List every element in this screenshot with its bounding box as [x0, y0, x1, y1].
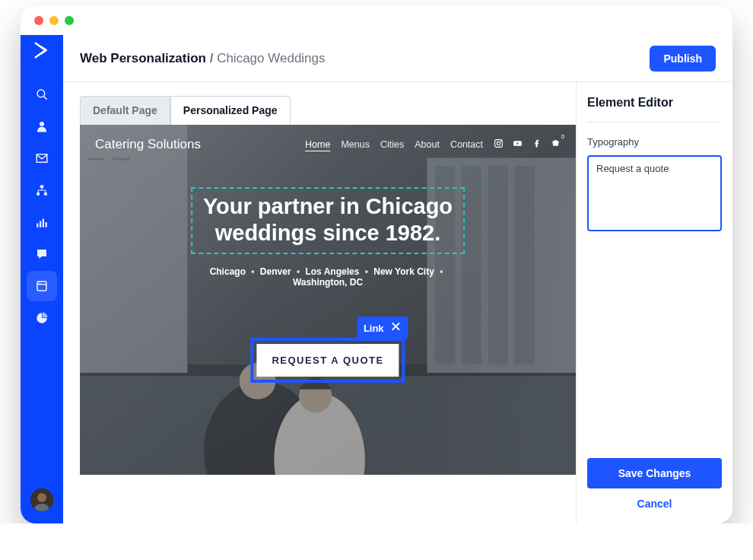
svg-rect-4: [37, 192, 40, 196]
preview-brand: Catering Solutions: [95, 137, 201, 152]
svg-point-32: [497, 142, 500, 145]
publish-button[interactable]: Publish: [650, 46, 716, 72]
preview-nav: Catering Solutions Home Menus Cities Abo…: [95, 137, 561, 152]
cta-selection-box[interactable]: REQUEST A QUOTE: [250, 338, 405, 383]
youtube-icon[interactable]: [513, 138, 523, 151]
svg-point-2: [40, 122, 44, 126]
svg-rect-8: [43, 219, 44, 228]
hero-cities: Chicago • Denver • Los Angeles • New Yor…: [110, 266, 546, 288]
search-icon[interactable]: [27, 79, 57, 110]
breadcrumb: Web Personalization / Chicago Weddings: [80, 51, 326, 66]
instagram-icon[interactable]: [494, 138, 504, 151]
avatar[interactable]: [30, 488, 53, 511]
svg-point-15: [37, 493, 46, 502]
headline-selection-box[interactable]: Your partner in Chicago weddings since 1…: [191, 187, 465, 254]
app-body: Web Personalization / Chicago Weddings P…: [21, 35, 732, 523]
svg-rect-26: [113, 158, 129, 160]
element-editor: Element Editor Typography Save Changes C…: [576, 82, 732, 523]
cta-selection-wrap: Link REQUEST A QUOTE: [250, 317, 405, 383]
mac-titlebar: [21, 6, 732, 35]
user-icon[interactable]: [27, 111, 57, 142]
cart-badge: 0: [561, 134, 564, 139]
save-changes-button[interactable]: Save Changes: [587, 458, 722, 488]
window-zoom-dot[interactable]: [65, 16, 74, 25]
canvas: Default Page Personalized Page: [63, 82, 576, 523]
link-pill: Link: [357, 317, 408, 339]
preview-nav-links: Home Menus Cities About Contact: [305, 139, 483, 150]
goals-icon[interactable]: [27, 207, 57, 237]
cancel-button[interactable]: Cancel: [587, 498, 722, 513]
typography-textarea[interactable]: [587, 155, 722, 231]
app-logo[interactable]: [31, 40, 52, 61]
nav-link-home[interactable]: Home: [305, 139, 330, 150]
svg-point-12: [39, 282, 40, 283]
nav-link-cities[interactable]: Cities: [380, 139, 404, 150]
svg-point-13: [40, 282, 41, 283]
link-pill-label[interactable]: Link: [364, 323, 384, 334]
sitemap-icon[interactable]: [27, 175, 57, 205]
svg-line-1: [44, 97, 47, 100]
cart-icon[interactable]: 0: [551, 138, 561, 151]
tab-default-page[interactable]: Default Page: [80, 96, 170, 125]
pages-icon[interactable]: [27, 271, 57, 301]
tab-personalized-page[interactable]: Personalized Page: [170, 96, 291, 125]
close-icon[interactable]: [390, 320, 402, 336]
sidebar: [21, 35, 63, 523]
typography-label: Typography: [587, 136, 722, 148]
chat-icon[interactable]: [27, 239, 57, 269]
svg-rect-9: [46, 222, 47, 228]
breadcrumb-sep: /: [210, 51, 217, 65]
headline: Your partner in Chicago weddings since 1…: [203, 193, 453, 247]
reports-icon[interactable]: [27, 303, 57, 333]
nav-link-about[interactable]: About: [415, 139, 440, 150]
window-minimize-dot[interactable]: [49, 16, 59, 25]
page-header: Web Personalization / Chicago Weddings P…: [63, 35, 732, 82]
content: Default Page Personalized Page: [63, 82, 732, 523]
editor-title: Element Editor: [587, 96, 722, 123]
breadcrumb-section: Web Personalization: [80, 51, 206, 65]
svg-rect-7: [40, 221, 41, 228]
tabs: Default Page Personalized Page: [80, 96, 576, 125]
nav-link-menus[interactable]: Menus: [341, 139, 370, 150]
mail-icon[interactable]: [27, 143, 57, 173]
svg-rect-5: [44, 192, 47, 196]
app-window: Web Personalization / Chicago Weddings P…: [21, 6, 732, 523]
main: Web Personalization / Chicago Weddings P…: [63, 35, 732, 523]
preview-nav-icons: 0: [494, 138, 561, 151]
preview-background: [80, 125, 576, 475]
breadcrumb-page: Chicago Weddings: [217, 51, 325, 65]
nav-link-contact[interactable]: Contact: [450, 139, 483, 150]
page-preview: Catering Solutions Home Menus Cities Abo…: [80, 125, 576, 475]
request-quote-button[interactable]: REQUEST A QUOTE: [256, 344, 399, 377]
svg-point-0: [37, 90, 45, 97]
svg-rect-3: [40, 185, 44, 188]
preview-hero: Your partner in Chicago weddings since 1…: [110, 187, 546, 288]
svg-rect-25: [88, 158, 105, 160]
window-close-dot[interactable]: [34, 16, 43, 25]
svg-point-33: [500, 141, 501, 142]
svg-rect-6: [37, 224, 38, 228]
facebook-icon[interactable]: [532, 138, 542, 151]
